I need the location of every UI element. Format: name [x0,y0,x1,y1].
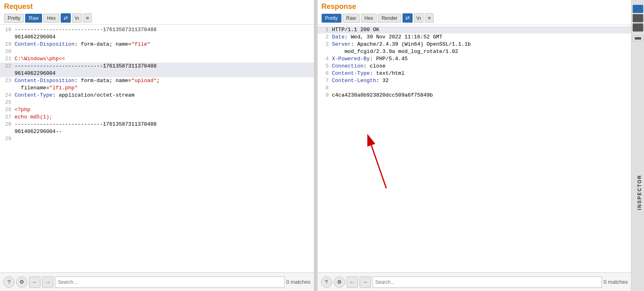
request-header: Request Pretty Raw Hex ⇄ \n ≡ [0,0,314,25]
request-toolbar: Pretty Raw Hex ⇄ \n ≡ [4,13,310,23]
main-content: Request Pretty Raw Hex ⇄ \n ≡ 18 -------… [0,0,644,291]
response-code-area: 1 HTTP/1.1 200 OK 2 Date: Wed, 30 Nov 20… [318,25,631,272]
response-help-btn[interactable]: ? [321,276,332,288]
layout-single-icon[interactable] [633,23,643,32]
table-row: 4 X-Powered-By: PHP/5.4.45 [318,55,631,63]
response-pretty-btn[interactable]: Pretty [322,14,341,23]
response-matches-label: 0 matches [604,279,628,285]
table-row: 3 Server: Apache/2.4.39 (Win64) OpenSSL/… [318,41,631,48]
inspector-label: INSPECTOR [637,175,642,210]
table-row: 2 Date: Wed, 30 Nov 2022 11:16:52 GMT [318,34,631,41]
table-row: 21 C:\Windows\php<< [0,55,314,63]
table-row: filename="lfi.php" [0,84,314,92]
request-bottom-bar: ? ⚙ ← → 0 matches [0,272,314,291]
request-hex-btn[interactable]: Hex [43,14,59,23]
response-toolbar: Pretty Raw Hex Render ⇄ \n ≡ [322,13,627,23]
response-search-input[interactable] [373,276,602,288]
layout-columns-icon[interactable] [633,5,643,13]
request-settings-btn[interactable]: ⚙ [16,276,28,288]
request-raw-btn[interactable]: Raw [25,14,42,23]
request-panel: Request Pretty Raw Hex ⇄ \n ≡ 18 -------… [0,0,314,291]
table-row: 20 [0,48,314,55]
table-row: 25 [0,99,314,106]
sidebar-menu-btn[interactable] [633,36,643,41]
request-title: Request [4,2,310,11]
response-prev-btn[interactable]: ← [347,276,358,288]
right-sidebar: INSPECTOR [631,0,644,291]
response-wrap-btn[interactable]: ⇄ [402,13,413,23]
table-row: 9 c4ca4238a0b923820dcc509a6f75849b [318,92,631,99]
table-row: 9614062296004-- [0,128,314,135]
menu-line-3 [635,39,641,40]
table-row: 8 [318,84,631,92]
response-newline-btn[interactable]: \n [414,13,424,23]
response-hex-btn[interactable]: Hex [361,14,377,23]
layout-rows-icon[interactable] [633,14,643,22]
table-row: 9614062296004 [0,34,314,41]
table-row: 23 Content-Disposition: form-data; name=… [0,77,314,84]
response-bottom-bar: ? ⚙ ← → 0 matches [318,272,631,291]
table-row: 22 ----------------------------176135873… [0,63,314,70]
table-row: mod_fcgid/2.3.9a mod_log_rotate/1.02 [318,48,631,55]
svg-line-1 [370,142,386,188]
request-menu-btn[interactable]: ≡ [83,13,92,23]
response-title: Response [322,2,627,11]
table-row: 28 ----------------------------176135873… [0,121,314,128]
sidebar-icons-group [633,3,643,32]
table-row: 29 [0,135,314,143]
request-code-area: 18 ----------------------------176135873… [0,25,314,272]
table-row: 26 <?php [0,106,314,114]
request-matches-label: 0 matches [286,279,311,285]
table-row: 19 Content-Disposition: form-data; name=… [0,41,314,48]
request-wrap-btn[interactable]: ⇄ [61,13,71,23]
response-menu-btn[interactable]: ≡ [425,13,434,23]
panel-divider [314,0,318,291]
table-row: 18 ----------------------------176135873… [0,26,314,34]
table-row: 24 Content-Type: application/octet-strea… [0,92,314,99]
response-raw-btn[interactable]: Raw [343,14,360,23]
table-row: 7 Content-Length: 32 [318,77,631,84]
response-header: Response Pretty Raw Hex Render ⇄ \n ≡ [318,0,631,25]
request-help-btn[interactable]: ? [3,276,15,288]
request-prev-btn[interactable]: ← [29,276,40,288]
request-search-input[interactable] [55,276,285,288]
table-row: 6 Content-Type: text/html [318,70,631,77]
table-row: 1 HTTP/1.1 200 OK [318,26,631,34]
table-row: 27 echo md5(1); [0,114,314,121]
request-next-btn[interactable]: → [42,276,53,288]
request-newline-btn[interactable]: \n [72,13,82,23]
response-settings-btn[interactable]: ⚙ [334,276,345,288]
table-row: 5 Connection: close [318,63,631,70]
response-render-btn[interactable]: Render [378,14,401,23]
request-pretty-btn[interactable]: Pretty [4,14,24,23]
response-next-btn[interactable]: → [360,276,371,288]
table-row: 9614062296004 [0,70,314,77]
response-panel: Response Pretty Raw Hex Render ⇄ \n ≡ 1 … [318,0,631,291]
arrow-annotation [338,126,419,190]
